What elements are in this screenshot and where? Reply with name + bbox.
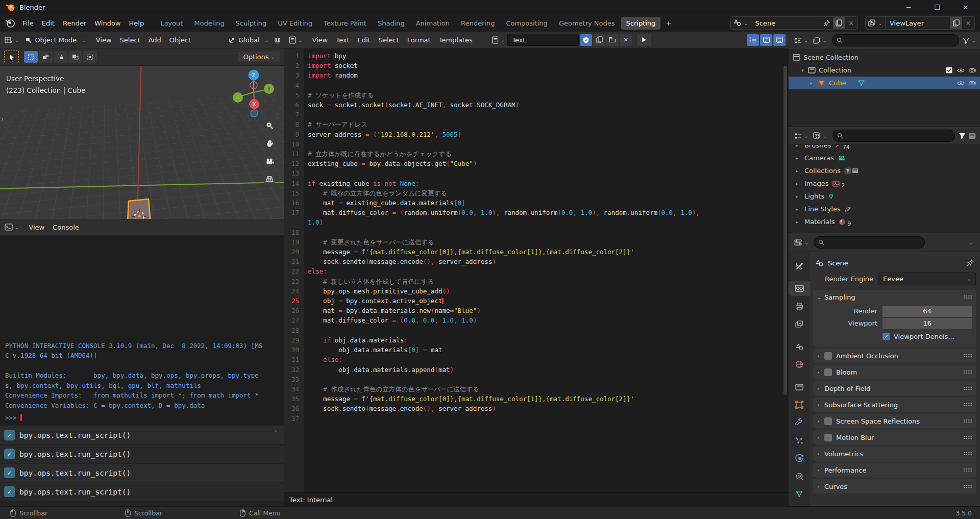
maximize-button[interactable]: ☐ <box>923 0 951 14</box>
text-menu-edit[interactable]: Edit <box>354 35 375 45</box>
python-console[interactable]: PYTHON INTERACTIVE CONSOLE 3.10.9 (main,… <box>0 236 284 425</box>
word-wrap-toggle-button[interactable] <box>760 34 772 46</box>
outliner-display-mode-button[interactable]: ⌄ <box>812 36 828 45</box>
panel-header[interactable]: ›Ambient Occlusion <box>813 349 976 363</box>
workspace-tab-rendering[interactable]: Rendering <box>456 17 500 30</box>
code-line[interactable]: 18 <box>284 228 781 237</box>
properties-tab-physics[interactable] <box>789 451 810 466</box>
properties-tab-modifiers[interactable] <box>789 415 810 430</box>
code-line[interactable]: 16 mat = existing_cube.data.materials[0] <box>284 198 781 208</box>
select-subtract-tool-button[interactable] <box>54 51 67 63</box>
properties-search-input[interactable] <box>814 236 925 249</box>
outliner2-collection-icon[interactable] <box>968 133 976 139</box>
pan-hand-icon[interactable] <box>263 137 276 150</box>
workspace-tab-texture-paint[interactable]: Texture Paint <box>318 17 372 30</box>
new-viewlayer-button[interactable] <box>950 17 962 29</box>
outliner2-display-mode-button[interactable]: ⌄ <box>812 131 828 140</box>
info-log-row[interactable]: ✓bpy.ops.text.run_script() <box>0 464 284 482</box>
code-line[interactable]: 19 # 変更された色をサーバーに送信する <box>284 237 781 247</box>
data-outliner-row-collections[interactable]: ▸Collections <box>796 164 980 177</box>
new-text-button[interactable] <box>593 34 605 46</box>
workspace-tab-geometry-nodes[interactable]: Geometry Nodes <box>554 17 620 30</box>
editor-type-console-button[interactable]: ⌄ <box>3 223 20 232</box>
snap-magnet-icon[interactable] <box>274 36 281 44</box>
data-outliner-row-line-styles[interactable]: ▸Line Styles <box>796 203 980 215</box>
properties-tab-constraints[interactable] <box>789 468 810 484</box>
code-line[interactable]: 23 # 新しい立方体を作成して青色にする <box>284 277 781 286</box>
viewport-denoising-checkbox[interactable]: ✓ <box>883 333 890 340</box>
outliner-row-collection[interactable]: ▾Collection <box>789 64 980 77</box>
viewport-menu-select[interactable]: Select <box>116 35 144 45</box>
workspace-tab-modeling[interactable]: Modeling <box>189 17 229 30</box>
viewport-menu-add[interactable]: Add <box>144 35 165 45</box>
properties-tab-tool[interactable] <box>789 258 810 274</box>
menu-help[interactable]: Help <box>125 18 149 29</box>
code-line[interactable]: 1.0) <box>284 217 781 227</box>
code-line[interactable]: 27 mat.diffuse_color = (0.0, 0.0, 1.0, 1… <box>284 315 781 325</box>
disclosure-triangle-icon[interactable]: ▾ <box>801 68 806 73</box>
code-line[interactable]: 1import bpy <box>284 51 781 61</box>
close-button[interactable]: ✕ <box>951 0 980 14</box>
scene-name-field[interactable]: Scene <box>751 19 821 27</box>
disclosure-triangle-icon[interactable]: ▸ <box>796 181 801 186</box>
code-line[interactable]: 21 sock.sendto(message.encode(), server_… <box>284 257 781 266</box>
code-line[interactable]: 12existing_cube = bpy.data.objects.get("… <box>284 159 781 168</box>
console-prompt[interactable]: >>> <box>5 414 22 422</box>
editor-type-outliner-button[interactable]: ⌄ <box>793 36 810 45</box>
select-box-tool-button[interactable] <box>24 51 38 63</box>
data-outliner-row-images[interactable]: ▸Images2 <box>796 177 980 190</box>
code-line[interactable]: 17 mat.diffuse_color = (random.uniform(0… <box>284 208 781 217</box>
panel-header[interactable]: ›Screen Space Reflections <box>813 414 976 428</box>
workspace-tab-animation[interactable]: Animation <box>411 17 455 30</box>
report-checkbox-icon[interactable]: ✓ <box>4 430 15 440</box>
select-difference-tool-button[interactable] <box>68 51 82 63</box>
report-checkbox-icon[interactable]: ✓ <box>4 449 15 459</box>
code-line[interactable]: 14if existing_cube is not None: <box>284 179 781 188</box>
disclosure-triangle-icon[interactable]: ▸ <box>810 81 815 86</box>
text-browse-button[interactable]: ⌄ <box>490 35 506 45</box>
properties-tab-particles[interactable] <box>789 433 810 448</box>
viewport-menu-object[interactable]: Object <box>165 35 195 45</box>
disclosure-triangle-icon[interactable]: ▸ <box>796 145 801 148</box>
unlink-text-button[interactable]: ✕ <box>620 34 632 46</box>
text-editor-body[interactable]: 1import bpy2import socket3import random4… <box>284 48 789 492</box>
console-menu-view[interactable]: View <box>24 222 48 233</box>
render-engine-dropdown[interactable]: Eevee⌄ <box>878 273 976 285</box>
orientation-dropdown[interactable]: Global⌄ <box>227 35 271 45</box>
syntax-highlight-toggle-button[interactable] <box>773 34 786 46</box>
code-line[interactable]: 37 <box>284 414 781 424</box>
properties-tab-view-layer[interactable] <box>789 316 810 332</box>
text-datablock-field[interactable]: Text <box>507 34 579 46</box>
code-line[interactable]: 28 <box>284 326 781 335</box>
panel-header[interactable]: ›Performance <box>813 463 976 477</box>
fake-user-shield-button[interactable] <box>580 34 592 46</box>
open-text-folder-button[interactable] <box>606 34 619 46</box>
add-workspace-button[interactable]: + <box>662 17 675 29</box>
workspace-tab-scripting[interactable]: Scripting <box>621 17 661 30</box>
new-scene-button[interactable] <box>833 17 845 29</box>
data-outliner-row-brushes[interactable]: ▸Brushes74 <box>796 145 980 152</box>
properties-tab-object-data[interactable] <box>789 486 810 502</box>
code-line[interactable]: 7 <box>284 110 781 119</box>
editor-type-text-button[interactable]: ⌄ <box>287 35 304 45</box>
panel-header[interactable]: ›Volumetrics <box>813 447 976 461</box>
code-line[interactable]: 34 # 作成された青色の立方体の色をサーバーに送信する <box>284 384 781 394</box>
outliner2-search-input[interactable] <box>832 130 955 142</box>
viewlayer-name-field[interactable]: ViewLayer <box>886 19 950 27</box>
code-line[interactable]: 9server_address = ('192.168.0.212', 5005… <box>284 130 781 139</box>
text-menu-format[interactable]: Format <box>403 35 435 45</box>
camera-view-icon[interactable] <box>263 155 276 168</box>
editor-type-outliner2-button[interactable]: ⌄ <box>793 132 810 140</box>
code-line[interactable]: 24 bpy.ops.mesh.primitive_cube_add() <box>284 286 781 296</box>
code-line[interactable]: 10 <box>284 139 781 149</box>
code-line[interactable]: 31 else: <box>284 355 781 364</box>
toolbar-expand-icon[interactable]: › <box>1 115 4 123</box>
zoom-icon[interactable] <box>263 119 276 132</box>
code-line[interactable]: 35 message = f'{mat.diffuse_color[0]},{m… <box>284 394 781 404</box>
workspace-tab-compositing[interactable]: Compositing <box>501 17 553 30</box>
code-line[interactable]: 3import random <box>284 70 781 80</box>
outliner-filter-button[interactable]: ⌄ <box>963 37 976 44</box>
code-line[interactable]: 25 obj = bpy.context.active_object <box>284 296 781 306</box>
disclosure-triangle-icon[interactable]: ▸ <box>796 207 801 212</box>
properties-tab-collection[interactable] <box>789 379 810 394</box>
